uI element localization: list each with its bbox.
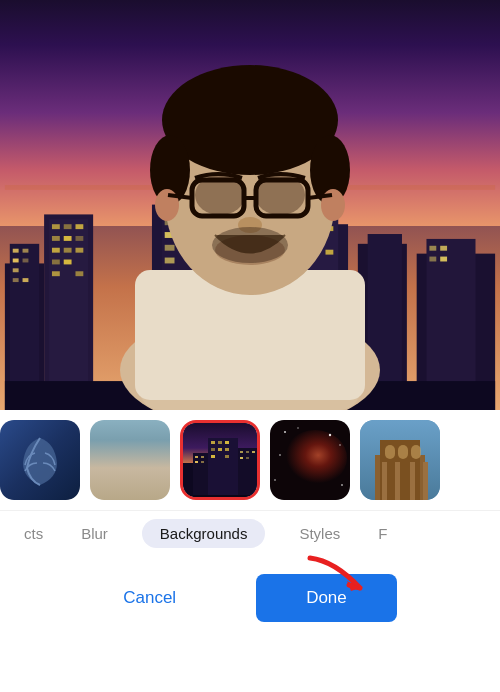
- svg-rect-52: [429, 245, 436, 250]
- svg-rect-119: [395, 462, 400, 500]
- cancel-button[interactable]: Cancel: [103, 578, 196, 618]
- svg-rect-11: [52, 224, 60, 229]
- tab-effects[interactable]: cts: [20, 519, 47, 548]
- svg-rect-15: [64, 235, 72, 240]
- svg-point-107: [339, 444, 341, 446]
- svg-rect-91: [218, 448, 222, 451]
- svg-rect-93: [211, 455, 215, 458]
- svg-rect-118: [382, 462, 387, 500]
- svg-rect-8: [23, 278, 29, 282]
- svg-rect-92: [225, 448, 229, 451]
- svg-rect-98: [252, 451, 255, 453]
- video-preview: [0, 0, 500, 410]
- svg-rect-12: [64, 224, 72, 229]
- tab-blur[interactable]: Blur: [77, 519, 112, 548]
- svg-rect-14: [52, 235, 60, 240]
- svg-rect-5: [23, 258, 29, 262]
- city-thumb-svg: [183, 423, 257, 497]
- svg-point-77: [212, 227, 288, 263]
- svg-rect-89: [225, 441, 229, 444]
- svg-rect-88: [218, 441, 222, 444]
- svg-point-67: [321, 189, 345, 221]
- svg-rect-87: [211, 441, 215, 444]
- tab-backgrounds[interactable]: Backgrounds: [142, 519, 266, 548]
- svg-rect-120: [410, 462, 415, 500]
- thumbnail-blur[interactable]: [90, 420, 170, 500]
- svg-rect-53: [440, 245, 447, 250]
- svg-rect-94: [225, 455, 229, 458]
- svg-point-105: [297, 427, 299, 429]
- red-arrow: [305, 553, 395, 618]
- svg-rect-115: [385, 445, 395, 459]
- tab-styles[interactable]: Styles: [295, 519, 344, 548]
- svg-point-103: [283, 430, 347, 486]
- svg-rect-95: [238, 448, 257, 497]
- svg-rect-99: [240, 457, 243, 459]
- svg-rect-86: [208, 438, 238, 497]
- svg-rect-85: [201, 461, 204, 463]
- svg-rect-121: [423, 462, 428, 500]
- svg-point-106: [329, 434, 331, 436]
- svg-rect-97: [246, 451, 249, 453]
- person-figure: [80, 30, 420, 410]
- thumbnail-city-selected[interactable]: [180, 420, 260, 500]
- building-thumb-svg: [360, 420, 440, 500]
- space-thumb-svg: [270, 420, 350, 500]
- svg-rect-100: [246, 457, 249, 459]
- svg-rect-96: [240, 451, 243, 453]
- svg-point-66: [155, 189, 179, 221]
- svg-rect-54: [429, 256, 436, 261]
- svg-point-104: [284, 431, 286, 433]
- svg-rect-2: [13, 248, 19, 252]
- thumbnail-leaf[interactable]: [0, 420, 80, 500]
- svg-rect-82: [195, 456, 198, 458]
- svg-rect-22: [52, 271, 60, 276]
- thumbnail-strip: [0, 410, 500, 510]
- svg-rect-17: [52, 247, 60, 252]
- svg-rect-3: [23, 248, 29, 252]
- svg-rect-20: [52, 259, 60, 264]
- svg-rect-6: [13, 268, 19, 272]
- svg-rect-7: [13, 278, 19, 282]
- svg-rect-117: [411, 445, 421, 459]
- tab-more[interactable]: F: [374, 519, 391, 548]
- tab-bar: cts Blur Backgrounds Styles F: [0, 510, 500, 556]
- leaf-icon: [15, 433, 65, 488]
- thumbnail-building[interactable]: [360, 420, 440, 500]
- svg-rect-84: [195, 461, 198, 463]
- svg-point-109: [274, 479, 276, 481]
- svg-rect-83: [201, 456, 204, 458]
- svg-point-110: [341, 484, 343, 486]
- action-bar-wrapper: Cancel Done: [0, 556, 500, 646]
- svg-rect-55: [440, 256, 447, 261]
- svg-point-108: [279, 454, 281, 456]
- svg-rect-116: [398, 445, 408, 459]
- action-bar: Cancel Done: [0, 556, 500, 646]
- svg-rect-101: [183, 495, 257, 497]
- svg-rect-90: [211, 448, 215, 451]
- svg-rect-18: [64, 247, 72, 252]
- thumbnail-space[interactable]: [270, 420, 350, 500]
- svg-rect-21: [64, 259, 72, 264]
- svg-rect-4: [13, 258, 19, 262]
